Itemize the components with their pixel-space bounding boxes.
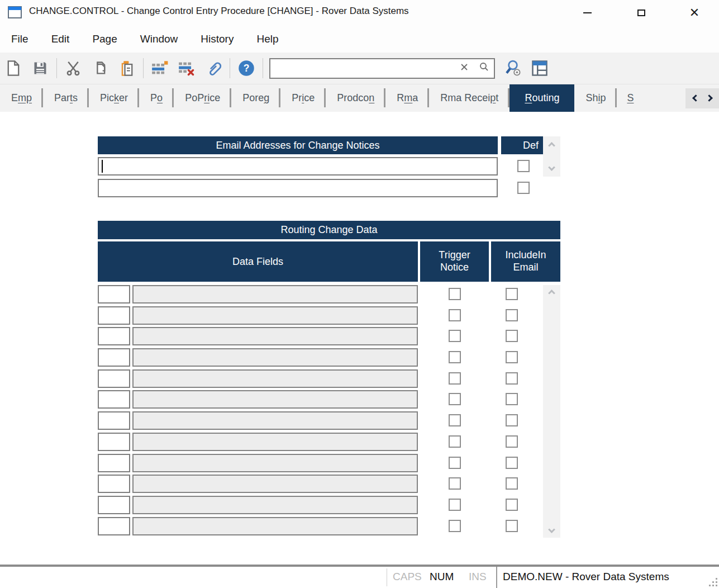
resize-grip[interactable] [708,577,717,586]
tab-prodcon[interactable]: Prodcon [326,84,385,112]
delete-row-button[interactable] [177,58,196,78]
include-in-email-checkbox[interactable] [506,309,518,321]
include-in-email-checkbox[interactable] [506,457,518,469]
email-row [98,179,560,197]
routing-scrollbar[interactable] [543,285,560,538]
tab-poprice[interactable]: PoPrice [174,84,231,112]
scroll-up-icon[interactable] [548,290,555,297]
delete-row-icon [178,60,195,76]
tab-s[interactable]: S [617,84,635,112]
cut-button[interactable] [64,58,83,78]
tab-picker[interactable]: Picker [89,84,139,112]
menu-help[interactable]: Help [256,33,278,45]
tab-routing[interactable]: Routing [510,84,574,112]
paste-button[interactable] [117,58,136,78]
sequence-input[interactable] [98,475,130,493]
menu-page[interactable]: Page [92,33,117,45]
def-checkbox[interactable] [517,182,530,194]
sequence-input[interactable] [98,348,130,367]
copy-button[interactable] [91,58,109,78]
trigger-notice-checkbox[interactable] [449,351,461,363]
sequence-input[interactable] [98,496,130,514]
email-address-input[interactable] [98,157,498,176]
trigger-notice-checkbox[interactable] [449,288,461,300]
sequence-input[interactable] [98,285,130,304]
trigger-notice-checkbox[interactable] [449,457,461,469]
include-in-email-checkbox[interactable] [506,393,518,405]
minimize-button[interactable] [574,0,600,26]
include-in-email-checkbox[interactable] [506,435,518,448]
toolbar-separator [230,58,230,78]
include-in-email-checkbox[interactable] [506,477,518,490]
trigger-notice-checkbox[interactable] [449,499,461,511]
sequence-input[interactable] [98,369,130,388]
sequence-input[interactable] [98,454,130,472]
menu-file[interactable]: File [11,33,28,45]
data-field-input [132,454,418,472]
tab-scroll-right-icon[interactable] [706,94,713,102]
trigger-notice-checkbox[interactable] [449,309,461,321]
window-title: CHANGE.CONTROL - Change Control Entry Pr… [29,6,409,17]
scroll-up-icon[interactable] [548,142,555,149]
sequence-input[interactable] [98,517,130,535]
scroll-down-icon[interactable] [548,164,555,171]
tab-rma[interactable]: Rma [385,84,429,112]
new-document-button[interactable] [4,58,23,78]
close-button[interactable]: ✕ [682,0,707,26]
sequence-input[interactable] [98,390,130,409]
data-field-input [132,496,418,514]
email-address-input[interactable] [98,179,498,197]
include-in-email-checkbox[interactable] [506,414,518,426]
search-magnifier-icon[interactable] [479,62,489,74]
menu-history[interactable]: History [201,33,234,45]
routing-row [98,285,560,304]
sequence-input[interactable] [98,433,130,451]
help-button[interactable]: ? [237,58,256,78]
tab-parts[interactable]: Parts [43,84,89,112]
maximize-button[interactable] [628,0,654,26]
include-in-email-checkbox[interactable] [506,372,518,385]
data-field-input [132,517,418,535]
email-scrollbar[interactable] [543,136,560,177]
tab-ship[interactable]: Ship [574,84,617,112]
trigger-notice-checkbox[interactable] [449,393,461,405]
include-in-email-checkbox[interactable] [506,330,518,342]
toolbar-separator [263,58,263,78]
trigger-notice-checkbox[interactable] [449,435,461,448]
include-in-email-checkbox[interactable] [506,499,518,511]
menu-edit[interactable]: Edit [51,33,70,45]
trigger-notice-checkbox[interactable] [449,477,461,490]
include-in-email-checkbox[interactable] [506,351,518,363]
trigger-notice-checkbox[interactable] [449,520,461,532]
attachment-button[interactable] [204,58,223,78]
lookup-button[interactable] [503,58,522,78]
sequence-input[interactable] [98,411,130,430]
routing-row [98,496,560,514]
def-checkbox[interactable] [517,160,530,172]
trigger-notice-checkbox[interactable] [449,330,461,342]
scroll-down-icon[interactable] [548,526,555,533]
data-field-input [132,433,418,451]
tab-price[interactable]: Price [280,84,326,112]
save-button[interactable] [31,58,50,78]
include-in-email-checkbox[interactable] [506,288,518,300]
tab-poreg[interactable]: Poreg [231,84,280,112]
menu-window[interactable]: Window [140,33,178,45]
tab-scroll-left-icon[interactable] [692,94,699,102]
app-window: CHANGE.CONTROL - Change Control Entry Pr… [0,0,719,588]
sequence-input[interactable] [98,327,130,345]
tab-emp[interactable]: Emp [0,84,43,112]
trigger-notice-checkbox[interactable] [449,372,461,385]
search-clear-icon[interactable] [460,63,469,74]
trigger-notice-checkbox[interactable] [449,414,461,426]
toolbar-separator [143,58,144,78]
layout-button[interactable] [530,58,549,78]
tab-po[interactable]: Po [139,84,174,112]
tab-rma-receipt[interactable]: Rma Receipt [429,84,510,112]
include-in-email-checkbox[interactable] [506,520,518,532]
insert-row-button[interactable] [150,58,169,78]
copy-icon [92,60,108,76]
search-input[interactable] [270,59,455,78]
routing-column-headers: Data Fields Trigger Notice IncludeIn Ema… [98,241,560,282]
sequence-input[interactable] [98,306,130,325]
